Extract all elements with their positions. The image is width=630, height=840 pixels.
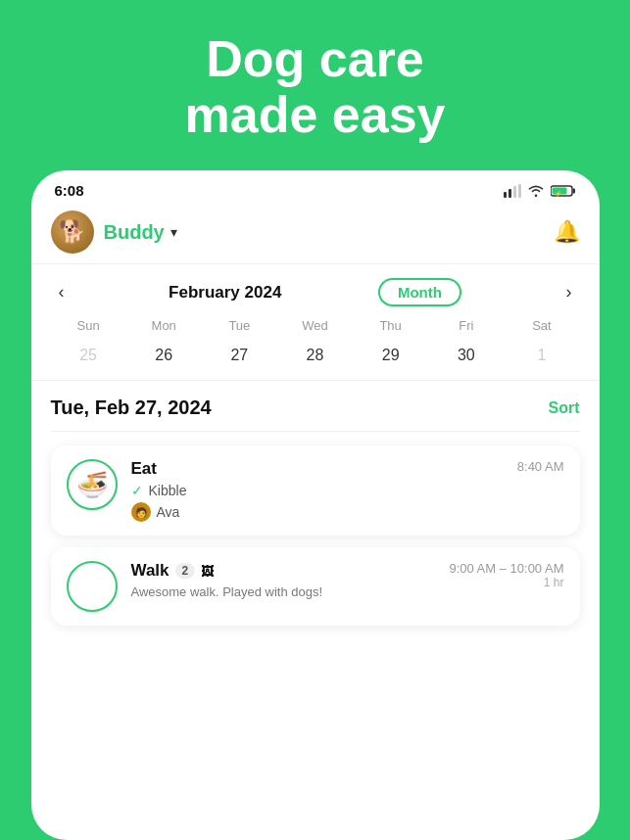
walk-event-icon: 🐕 [67,561,118,612]
eat-event-content: Eat ✓ Kibble 🧑 Ava [131,459,504,522]
calendar-date[interactable]: 28 [277,341,353,370]
signal-icon [504,184,521,198]
events-header: Tue, Feb 27, 2024 Sort [51,397,580,419]
svg-rect-1 [509,189,511,198]
prev-month-button[interactable]: ‹ [51,278,73,306]
bell-icon[interactable]: 🔔 [554,219,580,245]
calendar-date[interactable]: 25 [51,341,126,370]
dog-profile[interactable]: 🐕 Buddy ▾ [51,210,177,254]
events-date: Tue, Feb 27, 2024 [51,397,212,419]
chevron-down-icon: ▾ [170,224,177,240]
svg-rect-2 [513,186,516,198]
events-section: Tue, Feb 27, 2024 Sort 🍜 Eat ✓ Kibble 🧑 … [31,381,600,840]
dog-name: Buddy [104,221,165,244]
calendar-section: ‹ February 2024 Month › Sun Mon Tue Wed … [31,264,600,381]
eat-event-title: Eat [131,459,504,479]
month-year-label: February 2024 [169,283,281,303]
calendar-date[interactable]: 30 [428,341,504,370]
walk-event-time-block: 9:00 AM – 10:00 AM 1 hr [449,561,563,589]
day-sun: Sun [51,318,126,333]
eat-event-kibble: ✓ Kibble [131,483,504,498]
hero-line1: Dog care [206,30,424,87]
svg-point-8 [82,586,102,596]
check-icon: ✓ [131,483,143,498]
day-wed: Wed [277,318,353,333]
day-mon: Mon [126,318,202,333]
walk-event-title: Walk 2 🖼 [131,561,436,581]
calendar-days-header: Sun Mon Tue Wed Thu Fri Sat [51,318,580,333]
battery-icon: ⚡ [551,184,576,198]
calendar-date[interactable]: 27 [202,341,277,370]
eat-event-icon: 🍜 [67,459,118,510]
eat-event-card[interactable]: 🍜 Eat ✓ Kibble 🧑 Ava 8:40 AM [51,445,580,536]
next-month-button[interactable]: › [557,278,579,306]
calendar-date[interactable]: 1 [504,341,579,370]
sort-button[interactable]: Sort [549,399,580,417]
dog-name-row: Buddy ▾ [104,221,177,244]
calendar-header: ‹ February 2024 Month › [51,278,580,306]
eat-event-ava: 🧑 Ava [131,502,504,522]
photo-icon: 🖼 [201,564,214,579]
svg-text:🐕: 🐕 [79,573,107,601]
app-header: 🐕 Buddy ▾ 🔔 [31,203,600,264]
wifi-icon [527,184,545,198]
walk-event-duration: 1 hr [449,576,563,589]
divider [51,431,580,432]
svg-rect-5 [572,188,575,193]
svg-rect-3 [518,184,521,198]
walk-event-time: 9:00 AM – 10:00 AM [449,561,563,576]
hero-text: Dog care made easy [146,0,485,170]
walk-event-content: Walk 2 🖼 Awesome walk. Played with dogs! [131,561,436,599]
walk-event-card[interactable]: 🐕 Walk 2 🖼 Awesome walk. Played with dog… [51,547,580,626]
calendar-date[interactable]: 29 [353,341,428,370]
phone-frame: 6:08 ⚡ � [31,170,600,840]
day-thu: Thu [353,318,428,333]
status-icons: ⚡ [504,184,576,198]
day-fri: Fri [428,318,504,333]
walk-event-note: Awesome walk. Played with dogs! [131,584,436,599]
avatar: 🐕 [51,210,94,254]
walk-badge: 2 [175,563,196,579]
calendar-dates: 25 26 27 28 29 30 1 [51,341,580,370]
status-bar: 6:08 ⚡ [31,170,600,203]
month-view-button[interactable]: Month [378,278,461,306]
eat-event-time: 8:40 AM [517,459,564,474]
hero-line2: made easy [185,86,446,143]
svg-text:⚡: ⚡ [555,189,562,197]
status-time: 6:08 [55,182,84,199]
calendar-date[interactable]: 26 [126,341,202,370]
svg-rect-0 [504,192,507,198]
day-sat: Sat [504,318,579,333]
ava-avatar: 🧑 [131,502,151,522]
day-tue: Tue [202,318,277,333]
